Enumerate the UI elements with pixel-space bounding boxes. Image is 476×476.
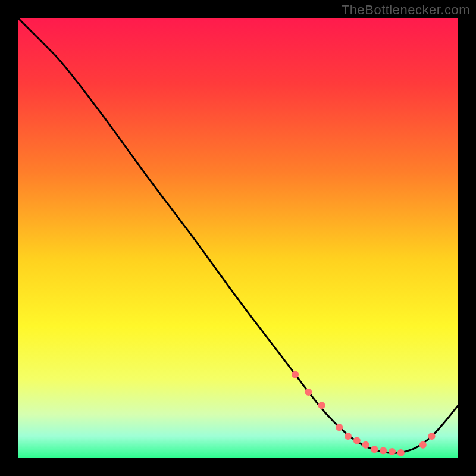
chart-svg <box>18 18 458 458</box>
watermark-text: TheBottlenecker.com <box>342 2 470 18</box>
highlight-dot <box>362 441 369 449</box>
chart-frame: TheBottlenecker.com <box>0 0 476 476</box>
highlight-dot <box>419 441 427 449</box>
gradient-rect <box>18 18 458 458</box>
highlight-dot <box>345 433 352 440</box>
highlight-dot <box>380 447 387 454</box>
highlight-dot <box>389 448 396 455</box>
highlight-dot <box>353 437 361 444</box>
highlight-dot <box>292 371 299 378</box>
highlight-dot <box>397 449 405 456</box>
highlight-dot <box>371 446 378 453</box>
highlight-dot <box>336 424 343 431</box>
plot-area <box>18 18 458 458</box>
highlight-dot <box>305 389 312 396</box>
highlight-dot <box>318 402 325 409</box>
highlight-dot <box>428 433 436 440</box>
